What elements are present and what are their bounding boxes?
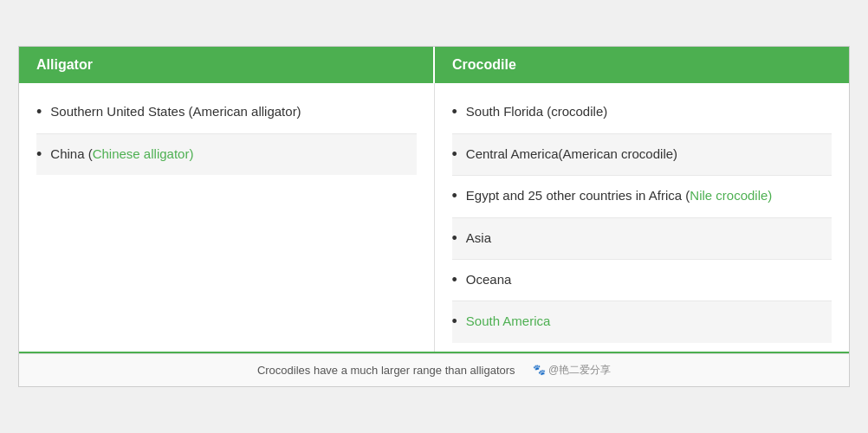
- item-text: Central America(American crocodile): [466, 145, 677, 163]
- crocodile-column: • South Florida (crocodile) • Central Am…: [435, 83, 850, 351]
- bullet-icon: •: [452, 229, 457, 249]
- alligator-column: • Southern United States (American allig…: [19, 83, 435, 351]
- bullet-icon: •: [452, 270, 457, 290]
- list-item: • Oceana: [452, 260, 832, 301]
- list-item: • China (Chinese alligator): [36, 134, 417, 175]
- header-alligator: Alligator: [19, 47, 435, 83]
- item-text: China (Chinese alligator): [50, 145, 193, 163]
- item-text: Southern United States (American alligat…: [50, 102, 301, 120]
- green-text-chinese-alligator: Chinese alligator): [93, 146, 194, 161]
- list-item: • Asia: [452, 218, 832, 260]
- green-text-nile-crocodile: Nile crocodile): [690, 188, 772, 203]
- bullet-icon: •: [452, 145, 457, 165]
- list-item: • South America: [452, 301, 832, 342]
- item-text-south-america: South America: [466, 312, 551, 330]
- bullet-icon: •: [36, 102, 42, 122]
- footer: Crocodiles have a much larger range than…: [19, 353, 849, 386]
- item-text: Asia: [466, 229, 491, 247]
- bullet-icon: •: [452, 186, 457, 206]
- bullet-icon: •: [452, 102, 457, 122]
- table-header: Alligator Crocodile: [19, 47, 849, 83]
- list-item: • Southern United States (American allig…: [36, 92, 417, 133]
- footer-text: Crocodiles have a much larger range than…: [257, 364, 515, 377]
- header-crocodile: Crocodile: [435, 47, 849, 83]
- table-body: • Southern United States (American allig…: [19, 83, 849, 352]
- footer-inner: Crocodiles have a much larger range than…: [28, 363, 840, 378]
- bullet-icon: •: [36, 145, 42, 165]
- bullet-icon: •: [452, 312, 457, 332]
- item-text: Oceana: [466, 270, 512, 288]
- comparison-table: Alligator Crocodile • Southern United St…: [18, 46, 850, 386]
- item-text: South Florida (crocodile): [466, 102, 607, 120]
- item-text: Egypt and 25 other countries in Africa (…: [466, 186, 773, 204]
- list-item: • Egypt and 25 other countries in Africa…: [452, 176, 832, 217]
- list-item: • South Florida (crocodile): [452, 92, 832, 133]
- list-item: • Central America(American crocodile): [452, 134, 832, 176]
- watermark: 🐾 @艳二爱分享: [533, 363, 612, 378]
